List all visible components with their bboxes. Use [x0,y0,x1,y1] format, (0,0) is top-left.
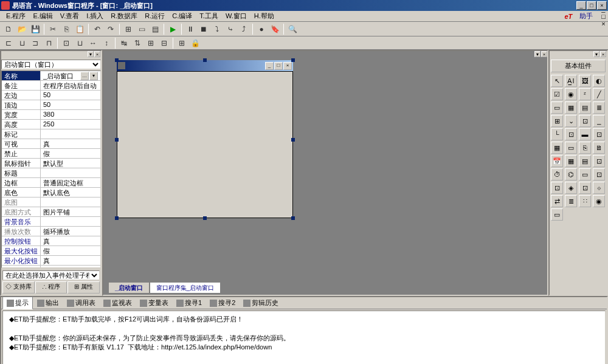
center-v-icon[interactable]: ⊟ [158,37,170,49]
toolbox-item[interactable]: ≣ [565,195,577,207]
same-height-icon[interactable]: ↕ [100,37,112,49]
property-row[interactable]: 底图方式图片平铺 [2,207,100,217]
pause-icon[interactable]: ⏸ [184,23,196,35]
tab-search2[interactable]: 搜寻2 [206,297,239,309]
property-row[interactable]: 宽度380 [2,110,100,120]
menu-program[interactable]: E.程序 [2,10,29,22]
output-log[interactable]: ◆ET助手提醒您：ET助手加载完毕，按F12可调出词库，自动备份源码已开启！ ◆… [2,311,606,364]
toolbox-close-icon[interactable]: × [600,51,606,57]
align-left-icon[interactable]: ⊏ [2,37,15,49]
form-body[interactable] [117,71,293,218]
toolbox-item[interactable]: ⊡ [565,128,577,140]
grid-icon[interactable]: ⊞ [176,37,188,49]
property-row[interactable]: 可视真 [2,139,100,149]
tab-program[interactable]: ∴ 程序 [35,281,67,294]
menu-insert[interactable]: I.插入 [83,10,107,22]
align-center-icon[interactable]: ⊔ [16,37,28,49]
component-selector[interactable]: 启动窗口（窗口） [1,60,101,69]
bookmark-icon[interactable]: 🔖 [269,23,281,35]
resize-handle[interactable] [291,138,295,142]
toolbox-item[interactable]: ⎘ [579,142,591,154]
toolbox-item[interactable]: 📅 [551,155,563,167]
align-mid-icon[interactable]: ⊡ [60,37,72,49]
property-row[interactable]: 背景音乐 [2,217,100,227]
resize-handle[interactable] [291,216,295,220]
form-designer[interactable]: _ □ × [117,60,293,218]
tool-1-icon[interactable]: ⊞ [122,23,134,35]
toolbox-item[interactable]: ⎯ [593,115,605,127]
toolbox-item[interactable]: ◉ [593,195,605,207]
breakpoint-icon[interactable]: ● [255,23,268,35]
maximize-button[interactable]: □ [587,1,596,10]
mdi-minimize[interactable]: _ [601,5,606,13]
toolbox-item[interactable]: A̲I [565,75,577,87]
step-into-icon[interactable]: ⤷ [224,23,237,35]
tool-2-icon[interactable]: ▭ [136,23,148,35]
toolbox-item[interactable]: 🖼 [579,75,591,87]
center-h-icon[interactable]: ⊞ [145,37,157,49]
toolbox-item[interactable]: ╱ [593,88,605,100]
toolbox-item[interactable]: ≣ [593,101,605,114]
menu-database[interactable]: R.数据库 [107,10,141,22]
property-row[interactable]: 底图 [2,197,100,207]
property-row[interactable]: 禁止假 [2,149,100,159]
toolbox-item[interactable]: ▭ [579,168,591,180]
tab-output[interactable]: 输出 [33,297,63,309]
resize-handle[interactable] [115,216,119,220]
menu-window[interactable]: W.窗口 [222,10,250,22]
property-row[interactable]: 标记 [2,129,100,139]
same-width-icon[interactable]: ↔ [87,37,99,49]
property-row[interactable]: 边框普通固定边框 [2,178,100,188]
property-row[interactable]: 名称_启动窗口…▾ [2,71,100,81]
redo-icon[interactable]: ↷ [105,23,117,35]
toolbox-item[interactable]: ⊡ [579,182,591,194]
save-icon[interactable]: 💾 [29,23,41,35]
mdi-restore[interactable]: □ [601,13,606,20]
toolbox-item[interactable]: ⊡ [579,115,591,127]
minimize-button[interactable]: _ [576,1,586,10]
paste-icon[interactable]: 📋 [74,23,86,35]
mdi-close[interactable]: × [601,20,606,27]
toolbox-item[interactable]: ᶻ [579,88,591,100]
vspace-icon[interactable]: ⇅ [131,37,143,49]
stop-icon[interactable]: ⏹ [198,23,210,35]
menu-view[interactable]: V.查看 [57,10,83,22]
toolbox-item[interactable]: 🗎 [593,142,605,154]
resize-handle[interactable] [203,58,207,62]
toolbox-item[interactable]: ▦ [565,155,577,167]
tool-3-icon[interactable]: ▤ [149,23,161,35]
property-row[interactable]: 顶边50 [2,100,100,110]
resize-handle[interactable] [115,58,119,62]
toolbox-item[interactable]: ◈ [565,182,577,194]
toolbox-item[interactable]: ⇄ [551,195,563,207]
toolbox-item[interactable]: ⊡ [593,128,605,140]
toolbox-item[interactable]: ⊞ [551,115,563,127]
property-row[interactable]: 最大化按钮假 [2,246,100,256]
toolbox-item[interactable]: ↖ [551,75,563,87]
align-bot-icon[interactable]: ⊔ [74,37,86,49]
property-row[interactable]: 左边50 [2,91,100,100]
hspace-icon[interactable]: ↹ [118,37,130,49]
tab-search1[interactable]: 搜寻1 [173,297,206,309]
panel-pin-icon[interactable]: ▾ [88,51,94,57]
tab-calltable[interactable]: 调用表 [63,297,99,309]
property-row[interactable]: 最小化按钮真 [2,256,100,266]
open-icon[interactable]: 📂 [16,23,28,35]
property-row[interactable]: 高度250 [2,120,100,129]
toolbox-item[interactable]: ▦ [565,101,577,114]
tab-code[interactable]: 窗口程序集_启动窗口 [150,283,221,294]
toolbox-item[interactable]: ▭ [551,101,563,114]
menu-edit[interactable]: E.编辑 [29,10,56,22]
et-label[interactable]: 助手 [576,10,596,22]
toolbox-item[interactable]: ⌄ [565,115,577,127]
step-over-icon[interactable]: ⤵ [211,23,223,35]
property-grid[interactable]: 名称_启动窗口…▾备注在程序启动后自动左边50顶边50宽度380高度250标记可… [1,70,101,268]
property-row[interactable]: 控制按钮真 [2,236,100,246]
design-canvas[interactable]: ▾ × _ □ × _启动窗口 窗口程序集_启动窗口 [102,50,548,296]
lock-icon[interactable]: 🔒 [189,37,201,49]
menu-compile[interactable]: C.编译 [168,10,196,22]
toolbox-item[interactable]: ▤ [579,101,591,114]
undo-icon[interactable]: ↶ [91,23,103,35]
toolbox-item[interactable]: ⊡ [551,182,563,194]
toolbox-item[interactable]: ▦ [551,142,563,154]
